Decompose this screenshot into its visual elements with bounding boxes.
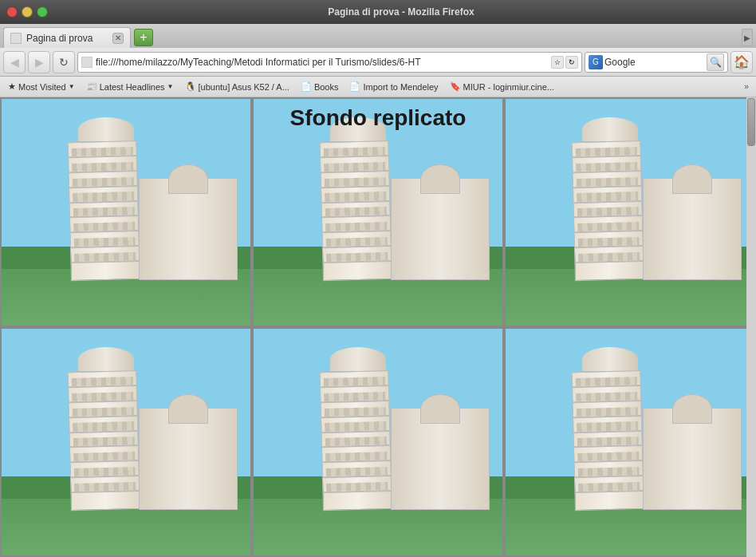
search-submit-button[interactable]: 🔍 <box>707 53 724 71</box>
pisa-scene-2 <box>254 99 502 326</box>
bookmark-label: Latest Headlines <box>100 82 165 92</box>
maximize-button[interactable] <box>37 6 48 18</box>
tower-1 <box>71 117 140 280</box>
pisa-scene-1 <box>2 99 250 326</box>
bookmark-star-icon[interactable]: ☆ <box>551 56 564 69</box>
reload-icon: ↻ <box>59 56 69 69</box>
reload-button[interactable]: ↻ <box>53 51 75 73</box>
bookmark-mendeley[interactable]: 📄 Import to Mendeley <box>345 78 443 96</box>
page-heading: Sfondo replicato <box>0 105 756 131</box>
window-title: Pagina di prova - Mozilla Firefox <box>53 6 750 18</box>
scrollbar[interactable] <box>746 97 756 557</box>
navbar: ◀ ▶ ↻ file:///home/milazzo/MyTeaching/Me… <box>0 48 756 77</box>
books-icon: 📄 <box>301 81 312 92</box>
bookmark-miur[interactable]: 🔖 MIUR - loginmiur.cine... <box>445 78 559 96</box>
tower-5 <box>323 347 392 510</box>
pisa-scene-6 <box>506 329 754 555</box>
search-placeholder: Google <box>604 57 705 68</box>
ubuntu-icon: 🐧 <box>185 81 196 92</box>
tower-3 <box>575 117 644 280</box>
tile-3 <box>504 97 756 327</box>
tower-2 <box>323 117 392 280</box>
bookmark-label: MIUR - loginmiur.cine... <box>463 82 554 92</box>
google-icon: G <box>593 57 599 66</box>
bookmark-books[interactable]: 📄 Books <box>296 78 344 96</box>
cathedral-dome <box>168 164 207 195</box>
active-tab[interactable]: Pagina di prova ✕ <box>3 27 131 48</box>
cathedral-1 <box>139 178 238 280</box>
tabbar-right: ▶ <box>153 29 753 48</box>
miur-icon: 🔖 <box>450 81 461 92</box>
back-button[interactable]: ◀ <box>3 51 26 73</box>
forward-icon: ▶ <box>35 56 44 69</box>
rss-icon: 📰 <box>86 81 97 92</box>
tower-body <box>68 140 141 281</box>
home-button[interactable]: 🏠 <box>730 51 753 73</box>
tab-close-button[interactable]: ✕ <box>112 33 124 44</box>
mendeley-icon: 📄 <box>349 81 360 92</box>
bookmarks-overflow-button[interactable]: » <box>740 78 753 96</box>
tile-1 <box>0 97 252 327</box>
bookmarks-bar: ★ Most Visited ▼ 📰 Latest Headlines ▼ 🐧 … <box>0 77 756 97</box>
back-icon: ◀ <box>10 56 19 69</box>
tile-grid <box>0 97 756 557</box>
home-icon: 🏠 <box>734 54 750 69</box>
close-button[interactable] <box>6 6 18 18</box>
tab-label: Pagina di prova <box>26 33 108 44</box>
refresh-icon[interactable]: ↻ <box>565 56 578 69</box>
new-tab-button[interactable]: + <box>134 29 153 46</box>
tower-4 <box>71 347 140 510</box>
pisa-scene-3 <box>506 99 754 326</box>
bookmark-label: Books <box>314 82 339 92</box>
minimize-button[interactable] <box>22 6 33 18</box>
pisa-scene-4 <box>2 329 250 555</box>
dropdown-arrow-icon: ▼ <box>167 83 174 90</box>
titlebar: Pagina di prova - Mozilla Firefox <box>0 0 756 24</box>
tower-6 <box>575 347 644 510</box>
pisa-scene-5 <box>254 329 502 555</box>
bookmark-label: Most Visited <box>18 82 66 92</box>
tile-2 <box>252 97 504 327</box>
bookmark-latest-headlines[interactable]: 📰 Latest Headlines ▼ <box>81 78 179 96</box>
forward-button[interactable]: ▶ <box>28 51 50 73</box>
bookmark-ubuntu[interactable]: 🐧 [ubuntu] Asus K52 / A... <box>180 78 294 96</box>
tile-5 <box>252 327 504 557</box>
tab-favicon <box>10 33 22 44</box>
bookmark-label: [ubuntu] Asus K52 / A... <box>199 82 289 92</box>
address-icons: ☆ ↻ <box>551 56 578 69</box>
tabbar: Pagina di prova ✕ + ▶ <box>0 24 756 48</box>
tile-4 <box>0 327 252 557</box>
content-area: Sfondo replicato <box>0 97 756 557</box>
address-bar[interactable]: file:///home/milazzo/MyTeaching/Metodi I… <box>77 52 582 73</box>
bookmark-most-visited[interactable]: ★ Most Visited ▼ <box>3 78 80 96</box>
dropdown-arrow-icon: ▼ <box>69 83 75 90</box>
tab-scroll-right[interactable]: ▶ <box>742 29 753 46</box>
tile-6 <box>504 327 756 557</box>
bookmark-label: Import to Mendeley <box>363 82 438 92</box>
page-favicon <box>81 57 93 68</box>
address-text: file:///home/milazzo/MyTeaching/Metodi I… <box>96 57 548 68</box>
search-bar[interactable]: G Google 🔍 <box>585 52 728 73</box>
most-visited-icon: ★ <box>8 81 16 92</box>
search-engine-icon: G <box>589 55 603 69</box>
window-controls <box>6 6 48 18</box>
